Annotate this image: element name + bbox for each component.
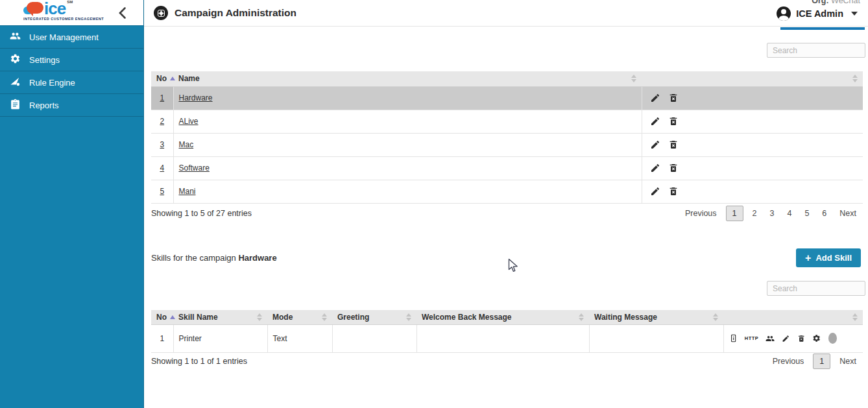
- campaign-row[interactable]: 4 Software: [151, 156, 863, 180]
- skill-mode: Text: [267, 324, 332, 352]
- sidebar-menu: User Management Settings Rule Engine Rep…: [0, 26, 143, 117]
- sidebar-collapse-icon[interactable]: [115, 5, 130, 21]
- sort-both-icon: [852, 313, 858, 321]
- column-header-waiting[interactable]: Waiting Message: [589, 310, 723, 324]
- skill-waiting-message: [589, 324, 723, 352]
- campaign-name-link[interactable]: Mac: [179, 140, 194, 149]
- delete-icon[interactable]: [797, 333, 806, 344]
- edit-icon[interactable]: [650, 186, 660, 197]
- pagination-page-4[interactable]: 4: [780, 206, 798, 221]
- pagination-page-2[interactable]: 2: [746, 206, 764, 221]
- skills-table: No Skill Name Mode Greeting Welcome Back…: [151, 310, 863, 353]
- sidebar-item-rule-engine[interactable]: Rule Engine: [0, 71, 143, 94]
- pagination-page-5[interactable]: 5: [798, 206, 815, 221]
- sidebar-item-label: Rule Engine: [29, 78, 75, 88]
- sidebar-item-settings[interactable]: Settings: [0, 49, 143, 71]
- campaign-row[interactable]: 3 Mac: [151, 133, 863, 156]
- caret-down-icon: [851, 12, 858, 16]
- skill-row: 1 Printer Text HTTP: [151, 324, 863, 352]
- reports-icon: [10, 99, 21, 112]
- column-header-mode[interactable]: Mode: [267, 310, 332, 324]
- column-header-actions[interactable]: [723, 310, 863, 324]
- campaign-name-link[interactable]: Mani: [179, 187, 196, 196]
- device-info-icon[interactable]: [729, 333, 738, 344]
- pagination-previous[interactable]: Previous: [766, 354, 811, 369]
- settings-icon[interactable]: [812, 333, 821, 344]
- sidebar: ice SM INTEGRATED CUSTOMER ENGAGEMENT Us…: [0, 0, 144, 408]
- campaign-no-link[interactable]: 3: [160, 140, 164, 149]
- edit-icon[interactable]: [650, 93, 660, 103]
- status-circle-icon[interactable]: [828, 333, 837, 344]
- skill-name: Printer: [173, 324, 267, 352]
- org-label: Org: WeChat: [812, 0, 860, 5]
- skills-search-input[interactable]: [767, 281, 865, 296]
- pagination-page-1[interactable]: 1: [813, 354, 830, 369]
- skill-greeting: [332, 324, 416, 352]
- column-header-actions[interactable]: [642, 71, 863, 86]
- campaign-admin-icon: [154, 6, 168, 20]
- user-menu[interactable]: ICE Admin: [777, 6, 858, 21]
- campaigns-header-row: No Name: [151, 71, 863, 86]
- column-header-no[interactable]: No: [151, 71, 173, 86]
- pagination-page-1[interactable]: 1: [726, 206, 743, 221]
- active-user-underline: [780, 27, 865, 30]
- campaign-no-link[interactable]: 2: [160, 117, 164, 126]
- delete-icon[interactable]: [668, 163, 679, 173]
- edit-icon[interactable]: [650, 139, 660, 150]
- edit-icon[interactable]: [782, 333, 790, 344]
- campaign-row[interactable]: 1 Hardware: [151, 86, 863, 110]
- sidebar-item-label: User Management: [29, 32, 99, 42]
- page-title: Campaign Administration: [175, 7, 296, 19]
- users-icon: [10, 30, 21, 43]
- sidebar-item-reports[interactable]: Reports: [0, 94, 143, 117]
- delete-icon[interactable]: [668, 186, 679, 197]
- edit-icon[interactable]: [650, 163, 660, 173]
- campaign-row[interactable]: 5 Mani: [151, 180, 863, 203]
- user-name: ICE Admin: [796, 8, 843, 19]
- rule-engine-icon: [10, 76, 21, 89]
- column-header-welcome-back[interactable]: Welcome Back Message: [416, 310, 589, 324]
- campaign-name-link[interactable]: Software: [179, 163, 210, 173]
- skills-campaign-name: Hardware: [238, 253, 276, 263]
- skills-section-title: Skills for the campaign Hardware: [151, 253, 277, 263]
- pagination-next[interactable]: Next: [833, 206, 863, 221]
- column-header-no[interactable]: No: [151, 310, 173, 324]
- logo-sm-mark: SM: [67, 0, 73, 4]
- assign-users-icon[interactable]: [766, 333, 775, 344]
- ice-logo: ice SM INTEGRATED CUSTOMER ENGAGEMENT: [23, 1, 101, 21]
- pagination-page-3[interactable]: 3: [763, 206, 780, 221]
- pagination-page-6[interactable]: 6: [815, 206, 833, 221]
- pagination-previous[interactable]: Previous: [679, 206, 723, 221]
- campaigns-search-input[interactable]: [767, 43, 865, 58]
- sidebar-header: ice SM INTEGRATED CUSTOMER ENGAGEMENT: [0, 0, 143, 26]
- column-header-skill-name[interactable]: Skill Name: [173, 310, 267, 324]
- pagination-next[interactable]: Next: [833, 354, 863, 369]
- add-skill-button[interactable]: + Add Skill: [796, 248, 861, 267]
- campaign-no-link[interactable]: 5: [160, 187, 164, 196]
- campaign-no-link[interactable]: 1: [160, 93, 164, 102]
- column-header-greeting[interactable]: Greeting: [332, 310, 416, 324]
- sort-both-icon: [631, 75, 636, 82]
- campaigns-pagination: Previous 1 2 3 4 5 6 Next: [679, 206, 863, 221]
- campaign-name-link[interactable]: Hardware: [179, 93, 213, 102]
- campaign-name-link[interactable]: ALive: [179, 117, 199, 126]
- delete-icon[interactable]: [668, 116, 679, 126]
- edit-icon[interactable]: [650, 116, 660, 126]
- column-header-name[interactable]: Name: [173, 71, 642, 86]
- mouse-cursor: [508, 258, 520, 276]
- delete-icon[interactable]: [668, 139, 679, 150]
- http-icon[interactable]: HTTP: [745, 335, 759, 341]
- campaigns-table-info: Showing 1 to 5 of 27 entries: [151, 209, 252, 218]
- org-key: Org:: [812, 0, 828, 5]
- sort-both-icon: [852, 75, 858, 82]
- delete-icon[interactable]: [668, 93, 679, 103]
- skill-welcome-back-message: [416, 324, 589, 352]
- campaign-row[interactable]: 2 ALive: [151, 110, 863, 133]
- sidebar-item-user-management[interactable]: User Management: [0, 26, 143, 49]
- logo-chat-bubbles-icon: [23, 1, 44, 16]
- sort-both-icon: [713, 313, 718, 321]
- skills-table-info: Showing 1 to 1 of 1 entries: [151, 357, 247, 366]
- campaign-no-link[interactable]: 4: [160, 163, 164, 173]
- org-value: WeChat: [831, 0, 860, 5]
- sidebar-item-label: Reports: [29, 101, 59, 110]
